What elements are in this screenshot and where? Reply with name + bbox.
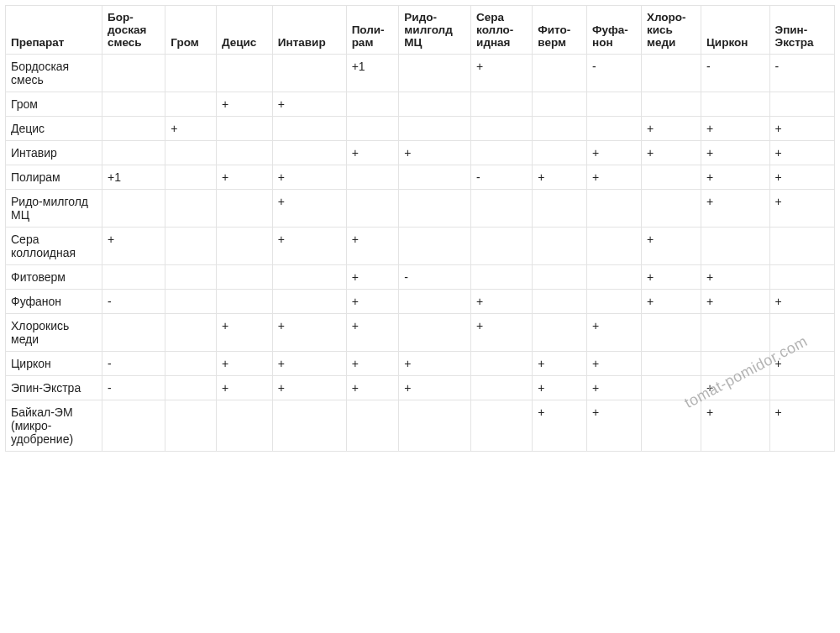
row-header: Бордоская смесь <box>6 55 102 92</box>
col-header: Препарат <box>6 6 102 55</box>
table-row: Ридо-милголд МЦ+++ <box>6 190 835 228</box>
cell <box>102 141 165 165</box>
cell <box>399 400 471 452</box>
cell <box>399 92 471 117</box>
cell: + <box>272 314 346 352</box>
row-header: Децис <box>6 117 102 141</box>
cell: + <box>641 265 701 290</box>
cell <box>641 376 701 400</box>
cell <box>165 376 217 400</box>
cell <box>533 290 587 314</box>
cell <box>216 265 272 290</box>
cell <box>102 55 165 92</box>
cell <box>533 117 587 141</box>
cell: + <box>641 290 701 314</box>
cell <box>641 400 701 452</box>
cell <box>587 92 642 117</box>
cell <box>216 190 272 228</box>
cell: + <box>471 290 533 314</box>
cell <box>272 400 346 452</box>
cell: + <box>701 141 769 165</box>
cell: + <box>216 376 272 400</box>
cell: + <box>769 400 834 452</box>
cell <box>399 190 471 228</box>
row-header: Полирам <box>6 165 102 190</box>
cell: + <box>769 165 834 190</box>
cell: + <box>641 141 701 165</box>
cell: + <box>216 352 272 376</box>
cell: + <box>587 400 642 452</box>
cell <box>471 376 533 400</box>
cell: + <box>641 228 701 265</box>
cell <box>769 265 834 290</box>
col-header: Децис <box>216 6 272 55</box>
cell <box>641 314 701 352</box>
row-header: Циркон <box>6 352 102 376</box>
cell <box>641 165 701 190</box>
col-header: Бор-доская смесь <box>102 6 165 55</box>
cell: + <box>216 165 272 190</box>
cell: + <box>165 117 217 141</box>
compat-table: Препарат Бор-доская смесь Гром Децис Инт… <box>5 5 835 452</box>
cell <box>346 165 399 190</box>
cell: - <box>102 290 165 314</box>
cell: + <box>346 141 399 165</box>
cell: + <box>769 290 834 314</box>
col-header: Сера колло-идная <box>471 6 533 55</box>
page-wrap: Препарат Бор-доская смесь Гром Децис Инт… <box>0 0 840 457</box>
cell <box>641 55 701 92</box>
cell: + <box>587 314 642 352</box>
cell: + <box>769 352 834 376</box>
col-header: Поли-рам <box>346 6 399 55</box>
cell <box>346 400 399 452</box>
cell <box>641 190 701 228</box>
cell: + <box>769 190 834 228</box>
cell: + <box>346 314 399 352</box>
cell <box>272 141 346 165</box>
cell <box>399 314 471 352</box>
table-head: Препарат Бор-доская смесь Гром Децис Инт… <box>6 6 835 55</box>
cell <box>533 314 587 352</box>
table-row: Гром++ <box>6 92 835 117</box>
cell <box>641 352 701 376</box>
table-row: Фитоверм+-++ <box>6 265 835 290</box>
cell: + <box>399 352 471 376</box>
cell <box>701 92 769 117</box>
cell <box>165 290 217 314</box>
cell: + <box>533 165 587 190</box>
cell <box>533 141 587 165</box>
table-body: Бордоская смесь+1+---Гром++Децис++++Инта… <box>6 55 835 452</box>
row-header: Хлорокись меди <box>6 314 102 352</box>
cell <box>165 92 217 117</box>
cell: + <box>533 352 587 376</box>
cell <box>272 55 346 92</box>
cell <box>346 190 399 228</box>
cell: + <box>701 265 769 290</box>
cell <box>102 190 165 228</box>
table-row: Полирам+1++-++++ <box>6 165 835 190</box>
cell: + <box>701 190 769 228</box>
cell <box>587 190 642 228</box>
cell: - <box>399 265 471 290</box>
table-row: Бордоская смесь+1+--- <box>6 55 835 92</box>
cell <box>471 141 533 165</box>
cell: + <box>272 190 346 228</box>
cell <box>346 92 399 117</box>
cell <box>165 265 217 290</box>
cell <box>102 265 165 290</box>
table-row: Интавир++++++ <box>6 141 835 165</box>
cell: + <box>399 141 471 165</box>
cell: + <box>587 352 642 376</box>
cell <box>165 141 217 165</box>
row-header: Фитоверм <box>6 265 102 290</box>
cell <box>165 400 217 452</box>
cell: + <box>471 55 533 92</box>
cell: + <box>272 165 346 190</box>
cell <box>641 92 701 117</box>
cell: - <box>701 55 769 92</box>
cell: - <box>102 352 165 376</box>
cell: + <box>533 376 587 400</box>
cell: + <box>701 165 769 190</box>
cell <box>399 165 471 190</box>
cell: + <box>587 165 642 190</box>
